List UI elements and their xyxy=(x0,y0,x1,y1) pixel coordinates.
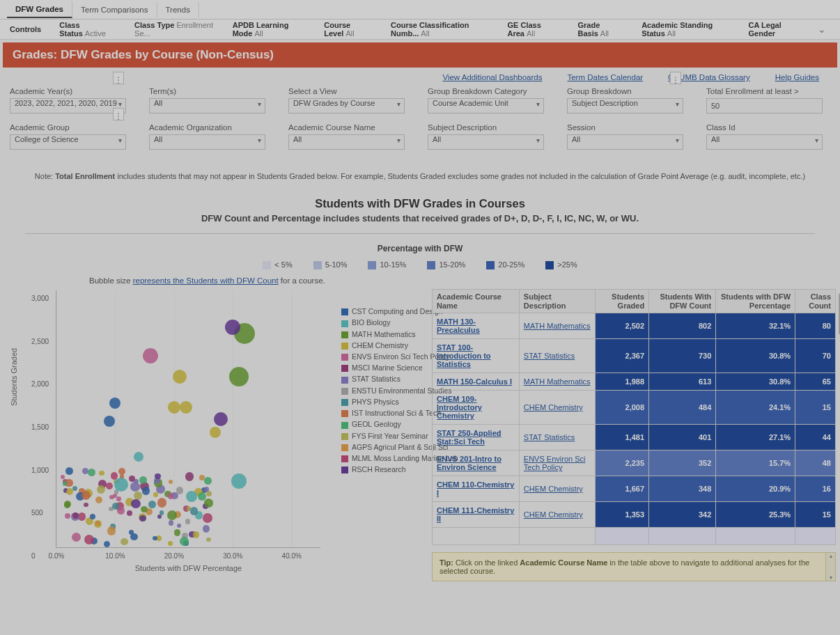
bubble[interactable] xyxy=(142,487,150,495)
bubble[interactable] xyxy=(157,515,162,519)
bubble[interactable] xyxy=(109,398,120,409)
filter-select[interactable]: All xyxy=(706,134,823,150)
course-name-link[interactable]: MATH 130-Precalculus xyxy=(433,313,520,339)
bubble[interactable] xyxy=(167,510,177,520)
subject-link[interactable]: MATH Mathematics xyxy=(519,373,595,391)
ctrl-class-type[interactable]: Class TypeEnrollment Se... xyxy=(134,21,215,38)
bubble[interactable] xyxy=(72,533,81,542)
ctrl-apdb[interactable]: APDB Learning ModeAll xyxy=(233,21,306,38)
pct-legend-item[interactable]: 20-25% xyxy=(486,260,524,269)
bubble[interactable] xyxy=(229,367,249,386)
bubble[interactable] xyxy=(65,513,70,519)
subject-link[interactable]: STAT Statistics xyxy=(519,425,595,450)
bubble[interactable] xyxy=(231,473,247,489)
bubble[interactable] xyxy=(168,493,174,499)
bubble[interactable] xyxy=(130,482,140,492)
filter-select[interactable]: All xyxy=(288,134,405,150)
filter-select[interactable]: All xyxy=(428,134,544,150)
table-header[interactable]: Academic Course Name xyxy=(433,290,520,313)
bubble[interactable] xyxy=(114,478,128,492)
bubble[interactable] xyxy=(81,491,91,500)
pct-legend-item[interactable]: 10-15% xyxy=(368,260,406,269)
bubble[interactable] xyxy=(88,469,95,476)
ctrl-course-class-num[interactable]: Course Classification Numb...All xyxy=(391,21,490,38)
link-additional-dashboards[interactable]: View Additional Dashboards xyxy=(442,73,542,81)
bubble[interactable] xyxy=(139,476,147,484)
bubble[interactable] xyxy=(203,525,210,533)
bubble[interactable] xyxy=(106,483,113,489)
bubble[interactable] xyxy=(118,468,125,475)
bubble[interactable] xyxy=(168,541,173,546)
scatter-caption-link[interactable]: represents the Students with DFW Count xyxy=(133,276,279,285)
bubble[interactable] xyxy=(214,412,228,426)
bubble[interactable] xyxy=(155,473,160,479)
course-name-link[interactable]: CHEM 111-Chemistry II xyxy=(433,502,520,528)
bubble[interactable] xyxy=(160,510,164,515)
bubble[interactable] xyxy=(104,541,110,547)
bubble[interactable] xyxy=(129,476,134,481)
bubble[interactable] xyxy=(63,481,67,485)
bubble[interactable] xyxy=(180,537,189,546)
bubble[interactable] xyxy=(109,495,114,499)
ctrl-course-level[interactable]: Course LevelAll xyxy=(324,21,373,38)
bubble[interactable] xyxy=(131,499,141,509)
bubble[interactable] xyxy=(206,538,210,542)
bubble[interactable] xyxy=(198,492,206,501)
filter-menu-icon[interactable]: ... xyxy=(113,108,124,120)
subject-link[interactable]: STAT Statistics xyxy=(519,339,595,373)
bubble[interactable] xyxy=(120,538,127,545)
ctrl-grade-basis[interactable]: Grade BasisAll xyxy=(577,21,623,38)
filter-input[interactable] xyxy=(706,98,823,113)
pct-legend-item[interactable]: < 5% xyxy=(263,260,292,269)
table-header[interactable]: Subject Description xyxy=(519,290,595,313)
bubble[interactable] xyxy=(168,401,180,414)
bubble[interactable] xyxy=(185,472,194,481)
filter-select[interactable]: 2023, 2022, 2021, 2020, 2019 xyxy=(10,98,126,113)
bubble[interactable] xyxy=(203,513,212,523)
bubble[interactable] xyxy=(72,486,77,491)
filter-select[interactable]: College of Science xyxy=(10,134,126,150)
bubble[interactable] xyxy=(95,521,100,526)
bubble[interactable] xyxy=(169,520,173,525)
filter-select[interactable]: DFW Grades by Course xyxy=(288,98,405,113)
table-header[interactable]: Students With DFW Count xyxy=(649,290,716,313)
table-header[interactable]: Class Count xyxy=(795,290,836,313)
bubble[interactable] xyxy=(153,536,157,541)
controls-expand-icon[interactable]: ⌄ xyxy=(818,24,830,35)
course-name-link[interactable]: STAT 250-Applied Stat:Sci Tech xyxy=(433,425,520,450)
bubble[interactable] xyxy=(116,496,121,501)
pct-legend-item[interactable]: >25% xyxy=(545,260,577,269)
bubble[interactable] xyxy=(95,496,102,503)
bubble[interactable] xyxy=(143,348,158,363)
filter-menu-icon[interactable]: ... xyxy=(670,72,681,84)
bubble[interactable] xyxy=(64,502,70,508)
bubble[interactable] xyxy=(139,515,146,522)
pct-legend-item[interactable]: 5-10% xyxy=(313,260,348,269)
bubble[interactable] xyxy=(148,501,156,508)
bubble[interactable] xyxy=(82,468,88,474)
bubble[interactable] xyxy=(90,514,95,519)
tab-dfw-grades[interactable]: DFW Grades xyxy=(7,1,72,18)
filter-select[interactable]: All xyxy=(567,134,683,150)
bubble[interactable] xyxy=(84,535,94,544)
bubble[interactable] xyxy=(141,506,148,513)
bubble[interactable] xyxy=(169,480,173,485)
ctrl-class-status[interactable]: Class StatusActive xyxy=(59,21,116,38)
subject-link[interactable]: CHEM Chemistry xyxy=(519,391,595,425)
bubble[interactable] xyxy=(104,416,115,427)
table-header[interactable]: Students with DFW Percentage xyxy=(716,290,795,313)
filter-select[interactable]: All xyxy=(149,98,265,113)
bubble[interactable] xyxy=(180,401,192,414)
bubble[interactable] xyxy=(134,452,143,462)
bubble[interactable] xyxy=(204,477,212,485)
bubble[interactable] xyxy=(173,370,187,384)
tip-scroll[interactable]: ▴ ▾ xyxy=(825,553,835,581)
tab-term-comparisons[interactable]: Term Comparisons xyxy=(72,2,157,17)
bubble[interactable] xyxy=(157,498,167,508)
ctrl-academic-standing[interactable]: Academic Standing StatusAll xyxy=(641,21,730,38)
course-name-link[interactable]: CHEM 109-Introductory Chemistry xyxy=(433,391,520,425)
bubble[interactable] xyxy=(204,499,212,507)
bubble[interactable] xyxy=(177,524,181,528)
subject-link[interactable]: CHEM Chemistry xyxy=(519,502,595,528)
bubble[interactable] xyxy=(193,531,200,538)
